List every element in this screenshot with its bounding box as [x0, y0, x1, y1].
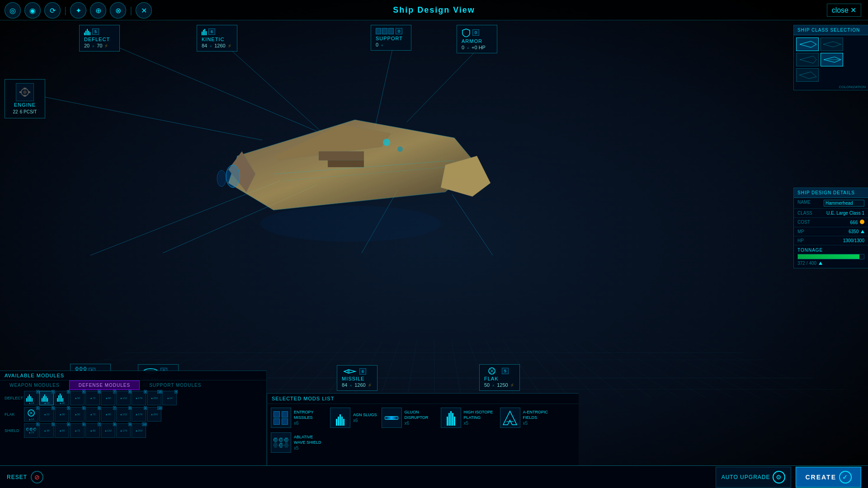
shield-mod-7[interactable]: 9 ▲176 [116, 423, 131, 438]
armor-val2: +0 HP [472, 45, 486, 50]
deflect-mod-6[interactable]: 7 ▲90 [101, 391, 115, 405]
shield-mod-6[interactable]: 8 ▲132 [101, 423, 115, 438]
tonnage-section: TONNAGE 372 / 400 [794, 245, 868, 268]
reset-circle-icon: ⊘ [31, 471, 43, 483]
deflect-modules-row: DEFLECT 4 ▲14 [0, 390, 266, 406]
flak-mod-7[interactable]: 8 ▲132 [116, 407, 131, 422]
nav-icon-home[interactable]: ◎ [5, 2, 21, 19]
deflect-mod-3[interactable]: 5 ▲36 [55, 391, 69, 405]
deflect-mod-8[interactable]: 9 ▲176 [132, 391, 146, 405]
nav-icon-target[interactable]: ◉ [24, 2, 41, 19]
svg-point-31 [347, 370, 350, 373]
shield-mod-1[interactable]: 5 ▲23 [24, 423, 38, 438]
mp-value: 6350 [849, 229, 864, 234]
ship-thumb-1[interactable] [796, 38, 819, 51]
flak-mod-8[interactable]: 9 ▲176 [132, 407, 146, 422]
selected-mod-agn-slugs[interactable]: AGN SLUGS x6 [330, 408, 377, 428]
name-label: NAME [797, 200, 811, 206]
tonnage-fill [798, 254, 859, 259]
hp-label: HP [797, 238, 804, 243]
tab-support-modules[interactable]: SUPPORT MODULES [140, 380, 211, 390]
shield-row-label: SHIELD [5, 428, 23, 433]
shield-mod-3[interactable]: 6 ▲50 [55, 423, 69, 438]
flak-mod-2[interactable]: 5 ▲23 [39, 407, 54, 422]
deflect-val2: 70 [97, 43, 102, 48]
selected-mod-entropy-missiles[interactable]: ENTROPY MISSILES x6 [271, 408, 326, 428]
ship-thumb-2[interactable] [821, 38, 843, 51]
gluon-disruptor-count: x6 [405, 421, 436, 426]
flak-mod-5[interactable]: 6 ▲72 [85, 407, 100, 422]
svg-marker-36 [823, 42, 841, 47]
flak-mod-1[interactable]: 4 ▲14 [24, 407, 38, 422]
shield-modules-row: SHIELD 5 ▲23 5 ▲36 6 ▲50 6 ▲72 [0, 422, 266, 439]
deflect-energy: ⚡ [104, 44, 108, 48]
nav-separator: | [64, 5, 66, 16]
deflect-mod-9[interactable]: 10 ▲250 [147, 391, 161, 405]
entropy-missiles-icon [271, 408, 291, 428]
flak-mod-9[interactable]: 10 ▲250 [147, 407, 161, 422]
nav-icon-reload[interactable]: ⟳ [44, 2, 61, 19]
armor-stat-box: 0 ARMOR 0 ▲ +0 HP [457, 25, 497, 53]
shield-mod-8[interactable]: 10 ▲250 [132, 423, 146, 438]
auto-upgrade-button[interactable]: AUTO UPGRADE ⚙ [716, 467, 792, 488]
a-entropic-info: A-ENTROPIC FIELDS x5 [523, 410, 555, 425]
nav-icon-plus[interactable]: ⊕ [90, 2, 106, 19]
tonnage-label: TONNAGE [797, 248, 864, 253]
high-isotope-label: HIGH ISOTOPE PLATING [464, 410, 495, 420]
tab-weapon-modules[interactable]: WEAPON MODULES [0, 380, 69, 390]
flak-mod-6[interactable]: 7 ▲90 [101, 407, 115, 422]
close-label: close [832, 6, 849, 14]
selected-mods-title: SELECTED MODS LIST [267, 394, 579, 404]
reset-button[interactable]: RESET ⊘ [7, 471, 43, 483]
shield-mod-5[interactable]: 7 ▲90 [85, 423, 100, 438]
selected-mod-ablative-wave[interactable]: ABLATIVE WAVE SHIELD x5 [271, 432, 326, 453]
ship-thumb-5[interactable] [796, 68, 819, 82]
flak-mod-3[interactable]: 5 ▲36 [55, 407, 69, 422]
deflect-stat-box: 5 DEFLECT 20 ▲ 70 ⚡ [79, 25, 120, 52]
deflect-mod-2[interactable]: 5 ▲23 [39, 391, 54, 405]
selected-mod-high-isotope[interactable]: HIGH ISOTOPE PLATING x5 [441, 408, 495, 428]
flak-mod-4[interactable]: 6 ▲50 [70, 407, 85, 422]
colonization-label: COLONIZATION [794, 84, 868, 90]
deflect-mod-1[interactable]: 4 ▲14 [24, 391, 38, 405]
nav-icon-close[interactable]: ✕ [136, 2, 152, 19]
modules-header: AVAILABLE MODULES [0, 371, 266, 380]
ship-thumb-4[interactable] [821, 53, 843, 66]
mp-row: MP 6350 [794, 227, 868, 236]
support-count: 0 [396, 28, 402, 34]
mp-energy-icon [861, 230, 864, 233]
close-button[interactable]: close ✕ [827, 4, 861, 17]
deflect-mod-7[interactable]: 8 ▲132 [116, 391, 131, 405]
svg-marker-40 [799, 72, 816, 79]
tab-defense-modules[interactable]: DEFENSE MODULES [69, 380, 140, 390]
name-input[interactable] [824, 200, 864, 206]
selected-mod-gluon-disruptor[interactable]: GLUON DISRUPTOR x6 [382, 408, 436, 428]
deflect-mod-10[interactable]: 4 ▲14 [162, 391, 177, 405]
deflect-mod-4[interactable]: 6 ▲50 [70, 391, 85, 405]
deflect-label: DEFLECT [84, 37, 115, 42]
shield-svg-icon [462, 28, 471, 37]
cost-label: COST [797, 220, 810, 225]
deflect-module-items: 4 ▲14 5 ▲23 [24, 391, 177, 405]
armor-val1: 0 [462, 45, 464, 50]
auto-upgrade-label: AUTO UPGRADE [722, 474, 770, 480]
flak-values: 50 ▲ 1250 ⚡ [484, 382, 515, 388]
ship-class-selection-panel: SHIP CLASS SELECTION COLONIZATION [793, 25, 868, 90]
check-circle-icon: ✓ [839, 471, 852, 483]
nav-icon-star[interactable]: ✦ [70, 2, 86, 19]
shield-mod-2[interactable]: 5 ▲36 [39, 423, 54, 438]
deflect-mod-5[interactable]: 6 ▲72 [85, 391, 100, 405]
engine-svg [18, 87, 32, 98]
shield-mod-4[interactable]: 6 ▲72 [70, 423, 85, 438]
create-button[interactable]: CREATE ✓ [796, 467, 861, 488]
missile-values: 84 ▲ 1260 ⚡ [342, 382, 373, 388]
title-bar: ◎ ◉ ⟳ | ✦ ⊕ ⊗ | ✕ Ship Design View close… [0, 0, 868, 20]
nav-icon-person[interactable]: ⊗ [110, 2, 126, 19]
selected-mod-a-entropic[interactable]: A-ENTROPIC FIELDS x5 [500, 408, 555, 428]
close-x-icon: ✕ [850, 6, 856, 14]
missile-label: MISSILE [342, 376, 373, 381]
flak-label: FLAK [484, 376, 515, 381]
ship-thumb-3[interactable] [796, 53, 819, 66]
agn-slugs-label: AGN SLUGS [353, 413, 377, 418]
missile-val2: 1260 [354, 382, 365, 388]
